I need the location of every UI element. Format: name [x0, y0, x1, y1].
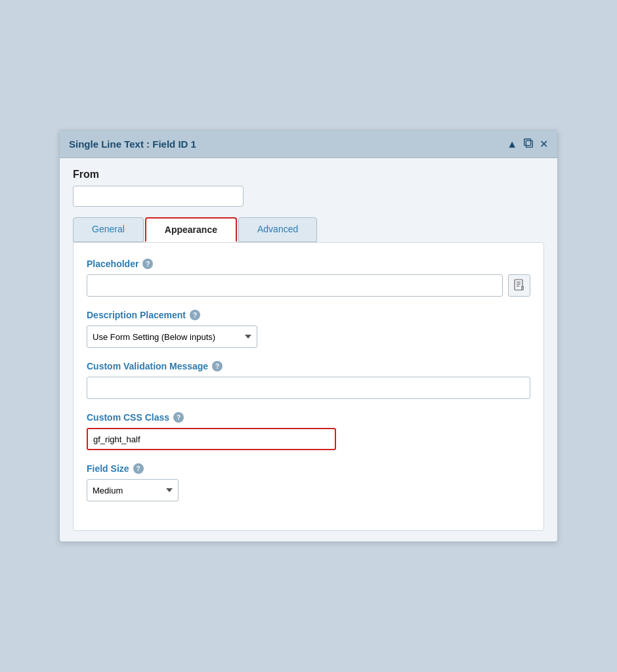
custom-css-help-icon[interactable]: ? [173, 412, 184, 423]
merge-tag-icon [513, 279, 525, 293]
from-input[interactable] [73, 186, 244, 207]
custom-css-group: Custom CSS Class ? gf_right_half [87, 412, 530, 450]
field-header: Single Line Text : Field ID 1 ▲ ✕ [60, 131, 557, 158]
tab-appearance[interactable]: Appearance [145, 217, 237, 242]
custom-validation-input[interactable] [87, 377, 530, 399]
field-body: From General Appearance Advanced Placeho… [60, 158, 557, 541]
placeholder-row [87, 274, 530, 297]
field-editor: Single Line Text : Field ID 1 ▲ ✕ From G… [59, 130, 558, 542]
merge-tag-button[interactable] [508, 274, 530, 297]
tabs-container: General Appearance Advanced [73, 217, 544, 242]
field-size-label: Field Size ? [87, 463, 530, 474]
svg-rect-1 [524, 139, 531, 146]
placeholder-input[interactable] [87, 274, 503, 297]
description-placement-group: Description Placement ? Use Form Setting… [87, 310, 530, 348]
header-actions: ▲ ✕ [507, 137, 548, 151]
collapse-icon[interactable]: ▲ [507, 139, 517, 150]
from-section: From [73, 169, 544, 207]
field-size-group: Field Size ? Small Medium Large [87, 463, 530, 501]
description-placement-label: Description Placement ? [87, 310, 530, 320]
tab-panel-appearance: Placeholder ? [73, 242, 544, 531]
duplicate-icon[interactable] [522, 137, 534, 151]
description-placement-help-icon[interactable]: ? [190, 310, 200, 320]
placeholder-label: Placeholder ? [87, 259, 530, 269]
from-label: From [73, 169, 544, 180]
close-icon[interactable]: ✕ [540, 139, 548, 150]
field-size-select[interactable]: Small Medium Large [87, 479, 179, 501]
description-placement-select[interactable]: Use Form Setting (Below inputs) Above in… [87, 326, 257, 348]
field-title: Single Line Text : Field ID 1 [69, 138, 196, 150]
tab-general[interactable]: General [73, 217, 144, 242]
field-size-help-icon[interactable]: ? [133, 463, 144, 474]
custom-validation-help-icon[interactable]: ? [212, 361, 223, 371]
custom-css-label: Custom CSS Class ? [87, 412, 530, 423]
custom-css-input[interactable]: gf_right_half [87, 428, 336, 450]
custom-validation-group: Custom Validation Message ? [87, 361, 530, 399]
custom-validation-label: Custom Validation Message ? [87, 361, 530, 371]
placeholder-help-icon[interactable]: ? [142, 259, 153, 269]
tab-advanced[interactable]: Advanced [238, 217, 317, 242]
svg-rect-0 [526, 140, 532, 147]
placeholder-group: Placeholder ? [87, 259, 530, 297]
